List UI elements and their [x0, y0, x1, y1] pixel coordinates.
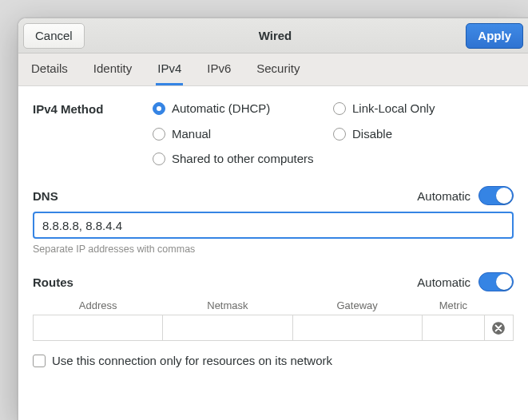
radio-disable[interactable]: Disable [333, 127, 514, 141]
dns-automatic-group: Automatic [417, 186, 514, 205]
tab-ipv4[interactable]: IPv4 [156, 53, 183, 85]
connection-editor-dialog: Cancel Wired Apply Details Identity IPv4… [18, 18, 528, 420]
radio-manual[interactable]: Manual [153, 127, 333, 141]
ipv4-page: IPv4 Method Automatic (DHCP) Link-Local … [18, 86, 528, 420]
routes-label: Routes [33, 275, 73, 289]
radio-dot-icon [153, 153, 165, 165]
routes-header-row: Address Netmask Gateway Metric [34, 298, 514, 315]
cancel-button[interactable]: Cancel [23, 23, 85, 49]
radio-dot-icon [153, 102, 165, 115]
routes-header: Routes Automatic [33, 272, 514, 291]
window-title: Wired [259, 29, 292, 42]
remove-icon [491, 321, 506, 335]
switch-knob [496, 188, 512, 204]
route-metric-input[interactable] [423, 315, 484, 340]
radio-shared[interactable]: Shared to other computers [153, 152, 514, 165]
dns-help-text: Separate IP addresses with commas [33, 244, 514, 255]
route-netmask-input[interactable] [163, 315, 292, 340]
routes-automatic-group: Automatic [417, 272, 514, 291]
only-resources-row: Use this connection only for resources o… [33, 354, 514, 367]
col-address: Address [34, 298, 163, 315]
routes-table: Address Netmask Gateway Metric [33, 298, 514, 341]
tab-security[interactable]: Security [255, 53, 301, 85]
radio-label: Shared to other computers [172, 152, 314, 165]
radio-label: Automatic (DHCP) [172, 101, 270, 115]
dns-label: DNS [33, 189, 58, 203]
radio-link-local[interactable]: Link-Local Only [333, 101, 514, 115]
route-gateway-input[interactable] [293, 315, 422, 340]
ipv4-method-group: IPv4 Method Automatic (DHCP) Link-Local … [33, 101, 514, 165]
apply-button[interactable]: Apply [466, 23, 523, 49]
tab-ipv6[interactable]: IPv6 [205, 53, 232, 85]
route-delete-button[interactable] [485, 315, 513, 340]
routes-automatic-label: Automatic [417, 275, 470, 289]
dns-servers-input[interactable] [33, 212, 514, 239]
radio-label: Link-Local Only [352, 101, 435, 115]
radio-automatic-dhcp[interactable]: Automatic (DHCP) [153, 101, 333, 115]
dns-automatic-switch[interactable] [478, 186, 514, 205]
col-metric: Metric [422, 298, 484, 315]
routes-automatic-switch[interactable] [478, 272, 514, 291]
radio-label: Manual [172, 127, 211, 141]
col-gateway: Gateway [292, 298, 422, 315]
radio-label: Disable [352, 127, 392, 141]
dns-header: DNS Automatic [33, 186, 514, 205]
only-resources-label: Use this connection only for resources o… [52, 354, 332, 367]
col-netmask: Netmask [163, 298, 292, 315]
dns-automatic-label: Automatic [417, 189, 470, 203]
only-resources-checkbox[interactable] [33, 355, 46, 367]
tab-details[interactable]: Details [30, 53, 69, 85]
tab-identity[interactable]: Identity [92, 53, 133, 85]
radio-dot-icon [333, 128, 346, 141]
switch-knob [496, 274, 512, 290]
radio-dot-icon [333, 102, 346, 115]
route-address-input[interactable] [34, 315, 162, 340]
tab-bar: Details Identity IPv4 IPv6 Security [18, 53, 528, 86]
headerbar: Cancel Wired Apply [18, 18, 528, 53]
ipv4-method-label: IPv4 Method [33, 101, 153, 116]
radio-dot-icon [153, 128, 165, 141]
table-row [34, 315, 514, 341]
